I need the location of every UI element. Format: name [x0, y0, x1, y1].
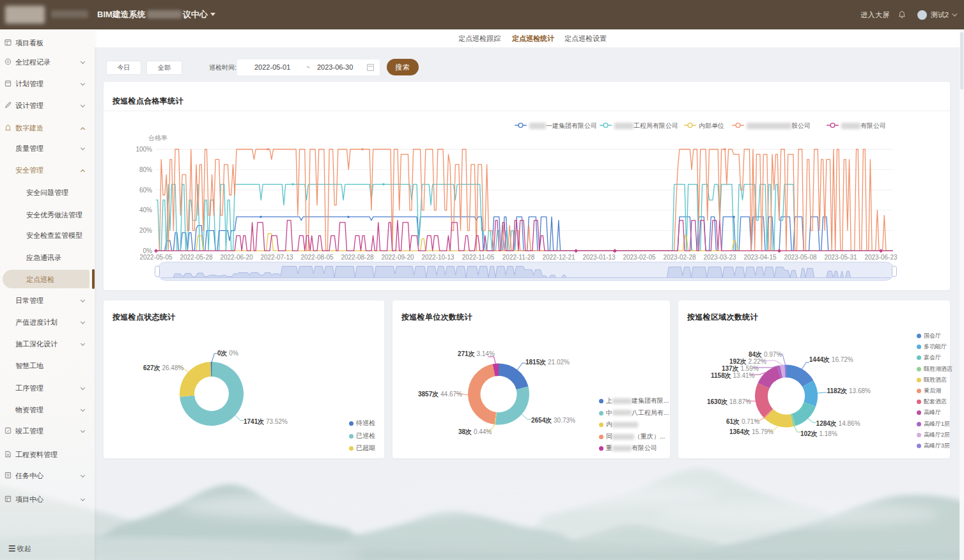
- svg-text:2022-11-05: 2022-11-05: [462, 254, 495, 261]
- svg-text:40%: 40%: [139, 206, 152, 214]
- svg-text:2022-08-05: 2022-08-05: [300, 254, 334, 261]
- svg-text:2022-09-20: 2022-09-20: [381, 254, 414, 261]
- svg-text:2022-08-28: 2022-08-28: [341, 254, 374, 261]
- svg-text:2022-07-13: 2022-07-13: [260, 254, 293, 261]
- svg-text:2022-12-21: 2022-12-21: [542, 254, 575, 261]
- svg-text:2023-03-23: 2023-03-23: [703, 254, 736, 261]
- svg-text:100%: 100%: [136, 146, 152, 153]
- svg-text:2022-11-28: 2022-11-28: [502, 254, 535, 261]
- svg-text:2023-05-31: 2023-05-31: [824, 254, 857, 261]
- svg-text:2023-05-08: 2023-05-08: [784, 254, 817, 261]
- svg-text:2022-05-05: 2022-05-05: [139, 254, 173, 261]
- svg-text:2022-06-20: 2022-06-20: [220, 254, 253, 261]
- svg-text:2022-05-28: 2022-05-28: [180, 254, 213, 261]
- svg-text:2023-01-13: 2023-01-13: [582, 254, 616, 261]
- svg-text:20%: 20%: [139, 227, 152, 234]
- svg-text:合格率: 合格率: [148, 134, 167, 141]
- svg-text:2023-02-05: 2023-02-05: [623, 254, 656, 261]
- svg-text:2023-06-23: 2023-06-23: [864, 254, 898, 261]
- svg-text:2023-02-28: 2023-02-28: [663, 254, 696, 261]
- svg-text:60%: 60%: [139, 187, 152, 194]
- svg-text:2023-04-15: 2023-04-15: [743, 254, 777, 261]
- svg-text:2022-10-13: 2022-10-13: [421, 254, 455, 261]
- svg-text:80%: 80%: [139, 166, 152, 173]
